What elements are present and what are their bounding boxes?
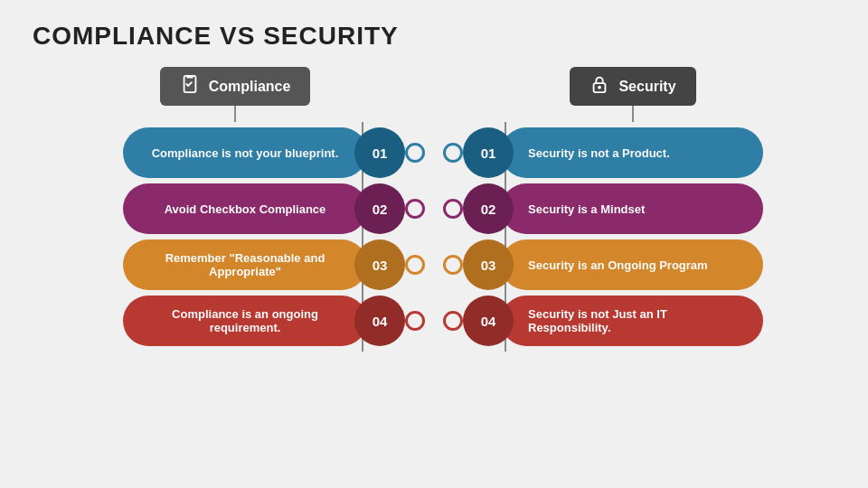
compliance-num-4: 04 [373,314,388,329]
security-text-3: Security is an Ongoing Program [528,258,708,272]
clipboard-icon [180,74,200,99]
compliance-pill-1: Compliance is not your blueprint. [123,127,367,178]
content-area: Compliance Compliance is not your bluepr… [33,67,835,352]
compliance-dot-1 [405,143,425,163]
compliance-header: Compliance [160,67,311,106]
compliance-items: Compliance is not your blueprint. 01 Avo… [45,122,425,352]
lock-icon [590,74,609,99]
compliance-badge-1: 01 [354,127,405,178]
security-pill-3: Security is an Ongoing Program [501,239,763,290]
security-item-4: 04 Security is not Just an IT Responsibi… [443,296,823,346]
compliance-dot-2 [405,199,425,219]
svg-rect-1 [186,75,193,79]
security-dot-4 [443,311,463,331]
compliance-num-1: 01 [373,145,388,161]
security-dot-1 [443,143,463,163]
compliance-header-label: Compliance [209,79,291,95]
security-vline [632,106,634,122]
security-badge-3: 03 [463,239,514,290]
security-dot-2 [443,199,463,219]
compliance-text-2: Avoid Checkbox Compliance [165,202,326,216]
security-item-3: 03 Security is an Ongoing Program [443,239,823,290]
compliance-vline [234,106,236,122]
compliance-badge-4: 04 [354,296,405,346]
compliance-text-3: Remember "Reasonable and Appropriate" [141,251,349,278]
security-pill-4: Security is not Just an IT Responsibilit… [501,296,763,346]
security-num-3: 03 [481,258,496,273]
security-badge-4: 04 [463,296,514,346]
security-num-1: 01 [481,145,496,161]
security-pill-2: Security is a Mindset [501,183,763,234]
security-num-2: 02 [481,202,496,217]
compliance-text-4: Compliance is an ongoing requirement. [141,307,349,334]
compliance-column: Compliance Compliance is not your bluepr… [45,67,425,352]
security-column: Security 01 Security is not a Product. [443,67,823,352]
compliance-text-1: Compliance is not your blueprint. [152,146,339,160]
compliance-item-4: Compliance is an ongoing requirement. 04 [45,296,425,346]
compliance-item-1: Compliance is not your blueprint. 01 [45,127,425,178]
security-header-label: Security [618,79,675,95]
security-item-1: 01 Security is not a Product. [443,127,823,178]
security-text-1: Security is not a Product. [528,146,670,160]
compliance-num-2: 02 [373,202,388,217]
compliance-pill-4: Compliance is an ongoing requirement. [123,296,367,346]
svg-point-3 [599,86,602,89]
security-text-4: Security is not Just an IT Responsibilit… [528,307,745,334]
compliance-badge-3: 03 [354,239,405,290]
security-num-4: 04 [481,314,496,329]
security-dot-3 [443,255,463,275]
compliance-item-3: Remember "Reasonable and Appropriate" 03 [45,239,425,290]
compliance-item-2: Avoid Checkbox Compliance 02 [45,183,425,234]
security-items: 01 Security is not a Product. 02 Securit… [443,122,823,352]
compliance-dot-3 [405,255,425,275]
security-badge-1: 01 [463,127,514,178]
slide-title: COMPLIANCE VS SECURITY [33,22,835,51]
security-item-2: 02 Security is a Mindset [443,183,823,234]
compliance-badge-2: 02 [354,183,405,234]
compliance-pill-2: Avoid Checkbox Compliance [123,183,367,234]
security-text-2: Security is a Mindset [528,202,645,216]
security-badge-2: 02 [463,183,514,234]
compliance-pill-3: Remember "Reasonable and Appropriate" [123,239,367,290]
compliance-dot-4 [405,311,425,331]
slide: COMPLIANCE VS SECURITY Compliance [0,0,868,488]
compliance-num-3: 03 [373,258,388,273]
security-pill-1: Security is not a Product. [501,127,763,178]
security-header: Security [570,67,695,106]
